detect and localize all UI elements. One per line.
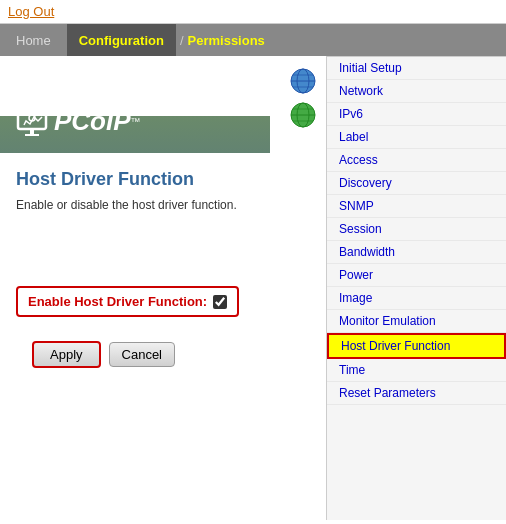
menu-item-monitor-emulation[interactable]: Monitor Emulation xyxy=(327,310,506,333)
config-menu: Initial SetupNetworkIPv6LabelAccessDisco… xyxy=(326,56,506,520)
enable-label: Enable Host Driver Function: xyxy=(28,294,207,309)
enable-checkbox[interactable] xyxy=(213,295,227,309)
globe-icon-2 xyxy=(288,100,318,130)
top-bar: Log Out xyxy=(0,0,506,24)
menu-item-reset-parameters[interactable]: Reset Parameters xyxy=(327,382,506,405)
cancel-button[interactable]: Cancel xyxy=(109,342,175,367)
menu-item-session[interactable]: Session xyxy=(327,218,506,241)
left-panel: PCoIP ™ xyxy=(0,56,326,520)
menu-item-discovery[interactable]: Discovery xyxy=(327,172,506,195)
svg-rect-2 xyxy=(25,134,39,136)
enable-form-section: Enable Host Driver Function: xyxy=(16,286,239,317)
monitor-icon xyxy=(16,107,52,137)
menu-item-host-driver-function[interactable]: Host Driver Function xyxy=(327,333,506,359)
logo-text: PCoIP xyxy=(54,106,131,137)
nav-bar: Home Configuration / Permissions xyxy=(0,24,506,56)
nav-config[interactable]: Configuration xyxy=(67,24,176,56)
apply-button[interactable]: Apply xyxy=(32,341,101,368)
menu-item-initial-setup[interactable]: Initial Setup xyxy=(327,57,506,80)
logo-area: PCoIP ™ xyxy=(16,106,310,137)
menu-item-power[interactable]: Power xyxy=(327,264,506,287)
trademark: ™ xyxy=(131,116,141,127)
menu-item-ipv6[interactable]: IPv6 xyxy=(327,103,506,126)
nav-permissions[interactable]: Permissions xyxy=(188,33,265,48)
logout-link[interactable]: Log Out xyxy=(8,4,54,19)
menu-item-network[interactable]: Network xyxy=(327,80,506,103)
menu-item-label[interactable]: Label xyxy=(327,126,506,149)
menu-item-time[interactable]: Time xyxy=(327,359,506,382)
button-row: Apply Cancel xyxy=(16,341,310,368)
menu-item-access[interactable]: Access xyxy=(327,149,506,172)
globe-icons xyxy=(288,66,318,130)
svg-rect-1 xyxy=(30,129,34,134)
menu-item-image[interactable]: Image xyxy=(327,287,506,310)
nav-home[interactable]: Home xyxy=(0,24,67,56)
page-description: Enable or disable the host driver functi… xyxy=(16,198,310,212)
nav-separator: / xyxy=(176,33,188,48)
globe-icon-1 xyxy=(288,66,318,96)
menu-item-snmp[interactable]: SNMP xyxy=(327,195,506,218)
menu-item-bandwidth[interactable]: Bandwidth xyxy=(327,241,506,264)
page-title: Host Driver Function xyxy=(16,169,310,190)
